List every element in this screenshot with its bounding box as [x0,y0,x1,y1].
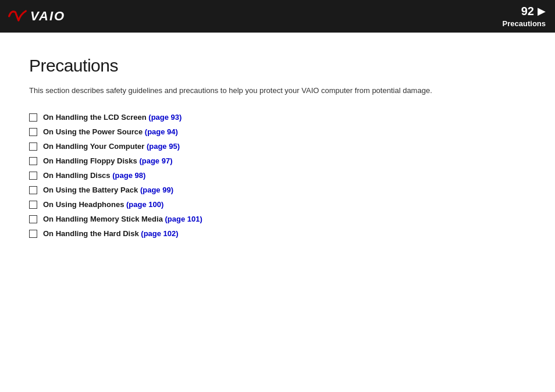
toc-item-content: On Handling the LCD Screen (page 93) [43,113,182,122]
section-label: Precautions [503,18,546,28]
checkbox-icon [29,113,37,122]
toc-item-content: On Handling the Hard Disk (page 102) [43,229,179,238]
toc-item-link[interactable]: (page 102) [141,229,178,238]
toc-item-label: On Using Headphones [43,200,126,209]
toc-item-label: On Handling Your Computer [43,142,147,151]
toc-item-link[interactable]: (page 98) [112,171,145,180]
checkbox-icon [29,201,37,209]
toc-item-label: On Handling the Hard Disk [43,229,141,238]
toc-item-label: On Using the Power Source [43,127,145,136]
vaio-logo-icon [7,6,28,27]
page-number-row: 92 ▶ [521,5,546,18]
toc-item-label: On Handling Memory Stick Media [43,215,165,223]
toc-item-link[interactable]: (page 94) [145,127,178,136]
toc-list-item: On Handling Discs (page 98) [29,171,526,180]
toc-item-content: On Handling Floppy Disks (page 97) [43,156,172,165]
toc-list-item: On Handling the Hard Disk (page 102) [29,229,526,238]
logo-area: VAIO [7,6,65,27]
toc-item-link[interactable]: (page 97) [139,156,172,165]
toc-item-link[interactable]: (page 93) [148,113,182,122]
toc-item-label: On Handling Floppy Disks [43,156,139,165]
toc-list-item: On Using Headphones (page 100) [29,200,526,209]
toc-item-content: On Handling Memory Stick Media (page 101… [43,215,202,223]
toc-item-label: On Handling Discs [43,171,112,180]
checkbox-icon [29,157,37,165]
checkbox-icon [29,230,37,238]
checkbox-icon [29,172,37,180]
toc-item-link[interactable]: (page 101) [165,215,202,223]
toc-list-item: On Using the Battery Pack (page 99) [29,186,526,194]
toc-list-item: On Using the Power Source (page 94) [29,127,526,136]
checkbox-icon [29,142,37,151]
toc-item-content: On Using the Battery Pack (page 99) [43,186,173,194]
toc-item-content: On Using Headphones (page 100) [43,200,163,209]
toc-list-item: On Handling Memory Stick Media (page 101… [29,215,526,223]
toc-item-content: On Handling Your Computer (page 95) [43,142,180,151]
arrow-icon: ▶ [538,5,546,17]
toc-item-link[interactable]: (page 100) [126,200,163,209]
toc-list-item: On Handling Your Computer (page 95) [29,142,526,151]
toc-item-link[interactable]: (page 95) [147,142,180,151]
checkbox-icon [29,215,37,223]
toc-item-label: On Using the Battery Pack [43,186,140,194]
toc-item-link[interactable]: (page 99) [140,186,173,194]
toc-item-content: On Handling Discs (page 98) [43,171,145,180]
toc-item-label: On Handling the LCD Screen [43,113,148,122]
header-navigation: 92 ▶ Precautions [503,5,546,28]
toc-list-item: On Handling Floppy Disks (page 97) [29,156,526,165]
table-of-contents-list: On Handling the LCD Screen (page 93)On U… [29,113,526,238]
toc-item-content: On Using the Power Source (page 94) [43,127,178,136]
page-header: VAIO 92 ▶ Precautions [0,0,555,33]
main-content: Precautions This section describes safet… [0,33,555,261]
page-number: 92 [521,5,534,18]
checkbox-icon [29,128,37,136]
toc-list-item: On Handling the LCD Screen (page 93) [29,113,526,122]
page-title: Precautions [29,56,526,76]
checkbox-icon [29,186,37,194]
vaio-logo-text: VAIO [30,9,65,24]
intro-paragraph: This section describes safety guidelines… [29,85,526,97]
